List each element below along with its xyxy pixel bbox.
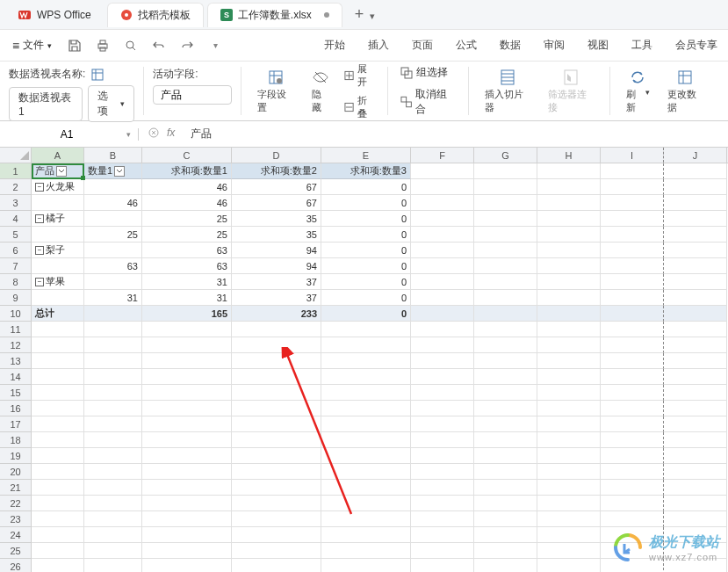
cell[interactable] — [537, 243, 601, 258]
cell[interactable] — [474, 416, 537, 432]
cell[interactable] — [32, 290, 84, 306]
cell[interactable] — [474, 527, 537, 543]
cell[interactable]: 35 — [232, 227, 321, 243]
cell[interactable] — [142, 496, 232, 511]
cell[interactable] — [601, 385, 664, 401]
row-header-22[interactable]: 22 — [0, 496, 31, 511]
cell[interactable] — [84, 543, 142, 559]
cell[interactable] — [537, 432, 601, 448]
cell[interactable]: 0 — [321, 227, 411, 243]
cell[interactable] — [321, 511, 411, 527]
row-header-9[interactable]: 9 — [0, 290, 31, 306]
tab-tools[interactable]: 工具 — [621, 31, 663, 60]
cell[interactable]: 求和项:数量3 — [321, 163, 411, 179]
row-header-23[interactable]: 23 — [0, 511, 31, 527]
cell[interactable] — [664, 274, 727, 290]
cell[interactable]: 求和项:数量1 — [142, 163, 232, 179]
options-button[interactable]: 选项▾ — [88, 85, 134, 122]
cell[interactable] — [411, 401, 474, 416]
cell[interactable] — [601, 322, 664, 337]
cell[interactable]: 求和项:数量2 — [232, 163, 321, 179]
app-tab[interactable]: WPS Office — [5, 3, 104, 27]
cell[interactable] — [537, 448, 601, 464]
cell[interactable] — [142, 385, 232, 401]
cell[interactable] — [321, 559, 411, 572]
cell[interactable] — [474, 306, 537, 322]
cell[interactable] — [32, 322, 84, 337]
cell[interactable] — [664, 195, 727, 211]
row-header-4[interactable]: 4 — [0, 211, 31, 227]
cell[interactable]: 0 — [321, 243, 411, 258]
cell[interactable]: 0 — [321, 258, 411, 274]
cell[interactable] — [84, 511, 142, 527]
row-header-21[interactable]: 21 — [0, 480, 31, 496]
cell[interactable] — [84, 559, 142, 572]
cell[interactable] — [32, 448, 84, 464]
col-header-I[interactable]: I — [601, 148, 664, 163]
cell[interactable]: 233 — [232, 306, 321, 322]
cell[interactable] — [474, 543, 537, 559]
cell[interactable]: 63 — [142, 243, 232, 258]
cell[interactable] — [411, 258, 474, 274]
pivot-name-value[interactable]: 数据透视表1 — [9, 87, 83, 121]
cell[interactable] — [664, 163, 727, 179]
cell[interactable]: 35 — [232, 211, 321, 227]
cell[interactable] — [601, 448, 664, 464]
row-header-12[interactable]: 12 — [0, 337, 31, 353]
cell[interactable]: 37 — [232, 274, 321, 290]
cell[interactable] — [664, 179, 727, 195]
cell[interactable] — [474, 163, 537, 179]
cell[interactable]: −橘子 — [32, 211, 84, 227]
row-header-19[interactable]: 19 — [0, 448, 31, 464]
cell[interactable] — [142, 464, 232, 480]
cell[interactable] — [232, 401, 321, 416]
name-box[interactable]: ▾ — [33, 128, 139, 141]
cell[interactable] — [664, 369, 727, 385]
cell[interactable] — [474, 227, 537, 243]
cell[interactable] — [537, 337, 601, 353]
cell[interactable] — [474, 369, 537, 385]
cell[interactable] — [142, 337, 232, 353]
refresh-button[interactable]: 刷新▾ — [619, 69, 657, 114]
cell[interactable] — [411, 211, 474, 227]
cell[interactable] — [84, 337, 142, 353]
cell[interactable] — [84, 448, 142, 464]
fx-button[interactable]: fx — [167, 127, 175, 141]
cell[interactable] — [601, 464, 664, 480]
cell[interactable] — [601, 496, 664, 511]
row-header-3[interactable]: 3 — [0, 195, 31, 211]
tab-review[interactable]: 审阅 — [533, 31, 575, 60]
cell[interactable] — [601, 416, 664, 432]
cell[interactable] — [321, 401, 411, 416]
cell[interactable] — [411, 179, 474, 195]
select-all-corner[interactable] — [0, 148, 32, 163]
cell[interactable] — [601, 401, 664, 416]
cell[interactable] — [411, 306, 474, 322]
cell[interactable]: 94 — [232, 243, 321, 258]
tab-start[interactable]: 开始 — [314, 31, 356, 60]
group-select-button[interactable]: 组选择 — [397, 63, 459, 82]
cell[interactable] — [537, 496, 601, 511]
cell[interactable] — [537, 559, 601, 572]
cell[interactable] — [537, 290, 601, 306]
name-box-input[interactable] — [40, 128, 93, 141]
cell[interactable] — [664, 227, 727, 243]
cell[interactable]: 31 — [142, 274, 232, 290]
cell[interactable] — [32, 195, 84, 211]
cell[interactable] — [664, 290, 727, 306]
cell[interactable] — [664, 511, 727, 527]
cell[interactable] — [32, 337, 84, 353]
cell[interactable] — [664, 337, 727, 353]
cell[interactable] — [142, 543, 232, 559]
col-header-E[interactable]: E — [321, 148, 411, 163]
print-button[interactable] — [90, 33, 115, 58]
cell[interactable]: 46 — [142, 195, 232, 211]
cell[interactable] — [601, 274, 664, 290]
hide-button[interactable]: 隐藏 — [305, 69, 337, 114]
cell[interactable] — [232, 353, 321, 369]
cell[interactable] — [537, 211, 601, 227]
cell[interactable] — [411, 543, 474, 559]
cell[interactable] — [84, 401, 142, 416]
preview-button[interactable] — [119, 33, 143, 58]
cell[interactable] — [601, 227, 664, 243]
